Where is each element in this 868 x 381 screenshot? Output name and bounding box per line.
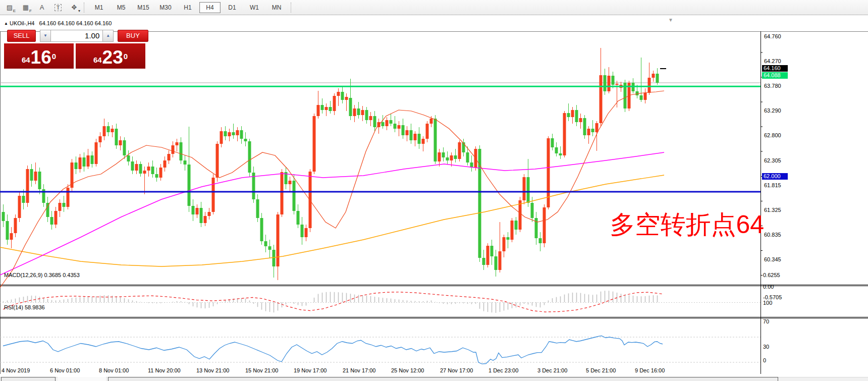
textbox-icon[interactable]: T <box>51 2 65 13</box>
rsi-line <box>3 336 663 364</box>
candle-body <box>240 130 243 139</box>
candle-body <box>313 116 316 172</box>
candle-body <box>539 238 542 243</box>
chart-tab-1[interactable] <box>1 377 56 381</box>
time-axis-label: 9 Dec 16:00 <box>635 367 665 373</box>
candle-body <box>608 76 611 91</box>
candle-body <box>67 188 70 207</box>
chart-hatch-icon[interactable]: ▨E <box>3 2 16 13</box>
price-axis-label: 60.345 <box>764 256 781 262</box>
candle-body <box>277 214 280 266</box>
candle-body <box>220 131 223 144</box>
candle-body <box>616 84 619 85</box>
candle-body <box>14 218 17 233</box>
candle-body <box>559 153 562 155</box>
candle-body <box>99 136 102 142</box>
price-axis-label: 63.290 <box>764 107 781 114</box>
ask-price-button[interactable]: 64 23 0 <box>76 43 145 69</box>
candle-body <box>50 217 53 225</box>
candle-body <box>176 142 179 145</box>
grid-hatch-icon[interactable]: ▦F <box>19 2 32 13</box>
candle-body <box>38 172 41 189</box>
candle-body <box>200 208 203 223</box>
candle-body <box>2 212 5 221</box>
candle-body <box>337 92 340 96</box>
one-click-trading-panel: SELL ▼ 1.00 ▲ BUY 64 16 0 64 23 0 <box>4 29 148 69</box>
text-label-icon[interactable]: A <box>35 2 48 13</box>
time-axis-label: 13 Nov 21:00 <box>196 367 229 373</box>
candle-body <box>640 95 643 100</box>
candle-body <box>386 120 389 126</box>
candle-body <box>515 221 518 230</box>
candle-body <box>587 129 590 135</box>
candle-body <box>333 96 336 111</box>
candle-body <box>555 147 558 153</box>
rsi-axis-label: 0 <box>763 357 766 363</box>
candle-body <box>184 160 187 165</box>
time-axis-label: 19 Nov 17:00 <box>294 367 327 373</box>
timeframe-button-M5[interactable]: M5 <box>111 2 132 13</box>
volume-decrease-button[interactable]: ▼ <box>40 30 50 42</box>
volume-input[interactable]: 1.00 <box>50 30 103 42</box>
symbol-period-label: UKOil-,H4 <box>10 20 35 26</box>
timeframe-button-MN[interactable]: MN <box>266 2 287 13</box>
collapse-panel-icon[interactable]: ▲ <box>4 21 8 26</box>
timeframe-button-M1[interactable]: M1 <box>88 2 110 13</box>
candle-body <box>438 152 441 161</box>
rsi-axis-label: 70 <box>763 318 769 324</box>
candle-body <box>151 167 154 174</box>
buy-button[interactable]: BUY <box>118 30 148 42</box>
timeframe-button-H1[interactable]: H1 <box>177 2 198 13</box>
candle-body <box>349 98 352 116</box>
candle-body <box>30 169 33 181</box>
time-axis-label: 3 Dec 21:00 <box>537 367 567 373</box>
candle-body <box>482 258 485 265</box>
candle-body <box>357 108 360 115</box>
time-axis-label: 21 Nov 17:00 <box>343 367 375 373</box>
candle-body <box>256 199 259 218</box>
candle-body <box>75 162 78 169</box>
timeframe-button-W1[interactable]: W1 <box>244 2 265 13</box>
candle-body <box>612 76 615 85</box>
chart-tab-2[interactable] <box>58 377 106 381</box>
timeframe-button-D1[interactable]: D1 <box>222 2 243 13</box>
candle-body <box>309 172 312 228</box>
candle-body <box>402 125 405 135</box>
time-axis-label: 4 Nov 2019 <box>2 367 30 373</box>
candle-body <box>527 177 530 203</box>
candle-body <box>390 120 393 124</box>
chart-title: ▲ UKOil-,H4 64.160 64.160 64.160 64.160 <box>4 20 112 26</box>
candle-body <box>281 172 284 214</box>
candle-body <box>551 138 554 147</box>
price-axis-label: 64.760 <box>764 33 781 39</box>
candle-body <box>600 75 603 123</box>
timeframe-button-H4[interactable]: H4 <box>199 2 221 13</box>
price-chart-canvas[interactable] <box>0 16 868 381</box>
bid-pips: 16 <box>31 47 51 68</box>
bid-price-button[interactable]: 64 16 0 <box>4 43 74 69</box>
candle-body <box>567 113 570 117</box>
candle-body <box>369 116 372 120</box>
timeframe-button-M30[interactable]: M30 <box>155 2 176 13</box>
candle-body <box>143 171 146 174</box>
candle-body <box>329 107 332 111</box>
candle-body <box>656 74 659 83</box>
candle-body <box>491 246 494 256</box>
sell-button[interactable]: SELL <box>7 30 36 42</box>
candle-body <box>373 116 376 127</box>
volume-increase-button[interactable]: ▲ <box>103 30 114 42</box>
bid-pipette: 0 <box>52 43 56 70</box>
arrows-objects-icon[interactable]: ✥▾ <box>68 2 81 13</box>
candle-body <box>317 105 320 116</box>
chart-tab-3[interactable] <box>108 377 778 381</box>
bid-whole: 64 <box>22 52 30 68</box>
candle-body <box>135 164 138 171</box>
chart-shift-marker-icon[interactable]: ▼ <box>668 17 673 23</box>
price-axis-label: 64.270 <box>764 58 781 64</box>
timeframe-button-M15[interactable]: M15 <box>133 2 154 13</box>
candle-body <box>63 203 66 207</box>
candle-body <box>414 134 417 140</box>
candle-body <box>79 157 82 169</box>
timeframe-toolbar: M1M5M15M30H1H4D1W1MN <box>88 0 288 15</box>
chart-area[interactable]: 64.76064.27063.78063.29062.80062.30561.8… <box>0 16 868 374</box>
